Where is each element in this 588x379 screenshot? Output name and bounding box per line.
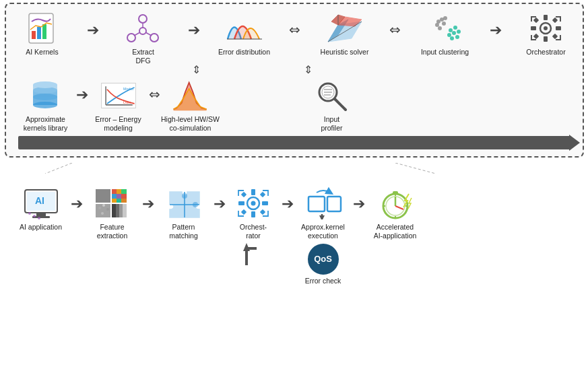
svg-rect-72: [121, 194, 127, 199]
error-check-label: Error check: [305, 277, 341, 285]
svg-rect-31: [531, 26, 536, 30]
svg-text:Model: Model: [123, 87, 133, 91]
bottom-row: AI AI application ➔: [14, 186, 575, 285]
error-dist-icon: [224, 11, 265, 46]
bottom-arrow-1: ➔: [71, 186, 83, 213]
error-dist-node: Error distribution: [218, 11, 271, 57]
extract-dfg-node: ExtractDFG: [117, 11, 170, 65]
accelerated-icon: [375, 186, 416, 221]
svg-rect-73: [112, 199, 117, 203]
bottom-arrow-2: ➔: [142, 186, 154, 213]
svg-rect-70: [112, 194, 117, 199]
svg-rect-103: [308, 197, 325, 211]
approx-lib-node: Approximatekernels library: [15, 78, 76, 132]
svg-point-17: [442, 22, 446, 26]
ai-app-node: AI AI application: [14, 186, 68, 232]
svg-rect-69: [121, 189, 127, 194]
orchestrator-icon: [526, 11, 566, 46]
pattern-matching-node: Patternmatching: [157, 186, 211, 240]
svg-point-77: [98, 207, 101, 209]
svg-point-22: [447, 33, 451, 37]
svg-point-88: [182, 193, 187, 199]
pattern-matching-label: Patternmatching: [169, 223, 198, 240]
svg-point-23: [453, 26, 457, 30]
orchestrator2-label: Orchest-rator: [240, 223, 267, 240]
orchestrator-node: Orchestrator: [519, 11, 573, 57]
svg-rect-104: [327, 197, 341, 211]
svg-rect-98: [241, 209, 247, 215]
svg-rect-94: [238, 201, 244, 205]
svg-point-26: [455, 35, 459, 39]
bottom-arrow-container: [15, 136, 573, 149]
orchestrator2-group: Orchest-rator: [228, 186, 279, 265]
qos-badge: QoS: [308, 244, 339, 275]
svg-marker-106: [319, 215, 325, 219]
arrow-2: ➔: [188, 11, 200, 39]
upward-arrow-group: [236, 242, 270, 265]
ai-kernels-label: AI Kernels: [26, 48, 58, 57]
svg-rect-32: [556, 26, 561, 30]
double-arrow-2: ⇔: [389, 11, 401, 38]
input-clustering-label: Input clustering: [421, 48, 469, 57]
double-arrow-3: ⇔: [149, 78, 160, 102]
svg-point-24: [457, 30, 461, 34]
svg-rect-2: [37, 27, 41, 39]
approx-kernel-label: Approx.kernelexecution: [301, 223, 345, 240]
orchestrator2-icon: [233, 186, 273, 221]
approx-kernel-group: Approx.kernelexecution QoS Error check: [296, 186, 350, 285]
heuristic-icon: [325, 11, 365, 46]
svg-point-4: [139, 15, 147, 23]
svg-point-16: [435, 23, 439, 27]
top-panel: AI Kernels ➔ ExtractDFG: [5, 3, 584, 158]
double-arrow-1: ⇔: [289, 11, 300, 38]
svg-point-91: [251, 201, 256, 206]
svg-point-18: [438, 26, 442, 30]
bottom-arrow-3: ➔: [214, 186, 226, 213]
svg-point-21: [452, 31, 456, 35]
connector-svg: [5, 163, 584, 174]
svg-rect-60: [36, 213, 46, 216]
svg-rect-85: [123, 204, 127, 217]
upward-arrow-svg: [236, 242, 270, 265]
accelerated-label: AcceleratedAI-application: [374, 223, 417, 240]
error-dist-label: Error distribution: [218, 48, 270, 57]
svg-point-64: [38, 217, 40, 219]
svg-rect-30: [544, 36, 548, 42]
svg-point-20: [449, 28, 453, 32]
main-container: AI Kernels ➔ ExtractDFG: [5, 3, 584, 376]
orchestrator2-node: Orchest-rator: [228, 186, 279, 240]
svg-point-28: [544, 26, 548, 30]
svg-rect-33: [533, 18, 539, 23]
input-clustering-icon: [425, 11, 465, 46]
svg-rect-67: [112, 189, 117, 194]
svg-point-80: [101, 212, 104, 215]
thick-bar-row: [18, 136, 570, 149]
svg-rect-84: [119, 204, 123, 217]
svg-rect-3: [42, 24, 46, 39]
svg-line-56: [395, 163, 436, 174]
extract-dfg-icon: [123, 11, 164, 46]
ai-kernels-node: AI Kernels: [15, 11, 69, 57]
svg-point-78: [102, 204, 105, 207]
hw-sw-icon: [170, 78, 211, 113]
input-profiler-node: Inputprofiler: [302, 78, 362, 132]
svg-point-62: [28, 212, 31, 215]
svg-rect-35: [533, 34, 539, 39]
svg-text:AI: AI: [35, 195, 44, 206]
error-check-icon: QoS: [303, 242, 344, 277]
ai-app-label: AI application: [20, 223, 62, 232]
svg-rect-1: [32, 31, 36, 39]
svg-point-79: [106, 208, 109, 211]
input-clustering-node: Input clustering: [418, 11, 472, 57]
error-energy-label: Error – Energymodeling: [95, 115, 141, 132]
hw-sw-label: High-level HW/SWco-simulation: [161, 115, 220, 132]
ai-app-icon: AI: [21, 186, 61, 221]
pattern-matching-icon: [164, 186, 204, 221]
svg-rect-75: [121, 199, 127, 203]
approx-lib-icon: [26, 78, 66, 113]
thick-bar: [18, 136, 570, 149]
qos-text: QoS: [314, 254, 332, 264]
svg-line-55: [45, 163, 72, 174]
svg-rect-99: [260, 209, 265, 215]
svg-rect-83: [116, 204, 119, 217]
